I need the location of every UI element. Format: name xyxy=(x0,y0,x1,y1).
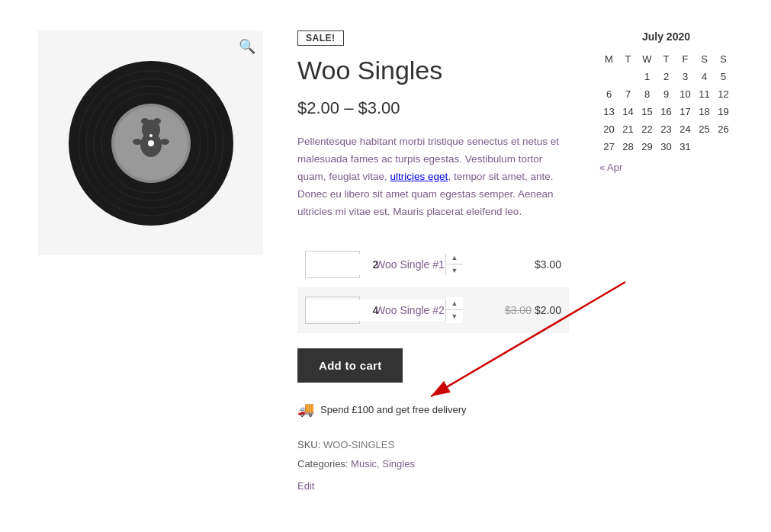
calendar-week-row: 12345 xyxy=(599,68,733,85)
calendar-day: 25 xyxy=(695,120,714,138)
category-music[interactable]: Music xyxy=(351,458,377,470)
sku-label: SKU: xyxy=(297,439,320,450)
svg-point-9 xyxy=(153,118,161,124)
calendar-day: 2 xyxy=(657,68,676,85)
variation-row-2: ▲ ▼ Woo Single #2 $3.00$2.00 xyxy=(297,287,569,333)
categories-row: Categories: Music, Singles xyxy=(297,455,569,474)
calendar-day: 23 xyxy=(657,120,676,138)
variation-price-1: $3.00 xyxy=(535,258,561,271)
variation-row: ▲ ▼ Woo Single #1 $3.00 xyxy=(297,242,569,287)
calendar-day: 4 xyxy=(695,68,714,85)
calendar-day xyxy=(714,138,733,155)
categories-label: Categories: xyxy=(297,458,348,470)
quantity-control-2: ▲ ▼ xyxy=(305,296,360,324)
calendar-day: 7 xyxy=(618,85,638,103)
cal-th-t1: T xyxy=(618,50,638,68)
delivery-text: Spend £100 and get free delivery xyxy=(320,404,467,415)
cal-th-f: F xyxy=(676,50,695,68)
calendar-day: 22 xyxy=(638,120,657,138)
calendar-day: 8 xyxy=(638,85,657,103)
product-image xyxy=(67,59,235,227)
sku-row: SKU: WOO-SINGLES xyxy=(297,436,569,455)
svg-point-8 xyxy=(141,118,149,124)
variation-name-2: Woo Single #2 xyxy=(375,304,490,316)
calendar-day: 5 xyxy=(714,68,733,85)
calendar-day: 14 xyxy=(618,103,638,120)
cal-th-m: M xyxy=(599,50,618,68)
calendar-prev-nav[interactable]: « Apr xyxy=(599,162,622,173)
calendar-day: 16 xyxy=(657,103,676,120)
price-range: $2.00 – $3.00 xyxy=(297,98,569,118)
svg-point-13 xyxy=(148,140,154,146)
calendar-day: 17 xyxy=(676,103,695,120)
svg-point-12 xyxy=(160,139,169,145)
cal-th-t2: T xyxy=(657,50,676,68)
product-main: SALE! Woo Singles $2.00 – $3.00 Pellente… xyxy=(297,30,569,492)
sale-badge: SALE! xyxy=(297,30,344,46)
calendar-day xyxy=(695,138,714,155)
calendar-day xyxy=(618,68,638,85)
product-image-section: 🔍 xyxy=(38,30,267,492)
quantity-control-1: ▲ ▼ xyxy=(305,251,360,278)
calendar-week-row: 6789101112 xyxy=(599,85,733,103)
product-meta: SKU: WOO-SINGLES Categories: Music, Sing… xyxy=(297,436,569,473)
calendar-day: 20 xyxy=(599,120,618,138)
cal-th-w: W xyxy=(638,50,657,68)
calendar-day: 27 xyxy=(599,138,618,155)
calendar-day xyxy=(599,68,618,85)
svg-point-14 xyxy=(149,134,153,137)
delivery-notice: 🚚 Spend £100 and get free delivery xyxy=(297,401,569,418)
calendar-week-row: 13141516171819 xyxy=(599,103,733,120)
product-description: Pellentesque habitant morbi tristique se… xyxy=(297,133,569,221)
calendar-day: 31 xyxy=(676,138,695,155)
product-title: Woo Singles xyxy=(297,55,569,86)
calendar-day: 6 xyxy=(599,85,618,103)
sidebar: July 2020 M T W T F S S 1234567891011121… xyxy=(599,30,733,492)
edit-link[interactable]: Edit xyxy=(297,480,569,492)
category-singles[interactable]: Singles xyxy=(382,458,415,470)
calendar-day: 30 xyxy=(657,138,676,155)
variation-price-2: $3.00$2.00 xyxy=(505,304,561,316)
calendar-day: 9 xyxy=(657,85,676,103)
calendar-week-row: 20212223242526 xyxy=(599,120,733,138)
cal-th-s2: S xyxy=(714,50,733,68)
calendar-day: 3 xyxy=(676,68,695,85)
calendar-day: 24 xyxy=(676,120,695,138)
calendar-day: 26 xyxy=(714,120,733,138)
calendar-day: 19 xyxy=(714,103,733,120)
calendar: July 2020 M T W T F S S 1234567891011121… xyxy=(599,30,733,173)
calendar-month-year: July 2020 xyxy=(599,30,733,43)
add-to-cart-button[interactable]: Add to cart xyxy=(297,348,403,383)
cal-th-s1: S xyxy=(695,50,714,68)
calendar-day: 21 xyxy=(618,120,638,138)
calendar-table: M T W T F S S 12345678910111213141516171… xyxy=(599,50,733,155)
calendar-day: 13 xyxy=(599,103,618,120)
calendar-day: 28 xyxy=(618,138,638,155)
product-image-wrapper: 🔍 xyxy=(38,30,263,255)
variations-container: ▲ ▼ Woo Single #1 $3.00 ▲ ▼ Woo Single #… xyxy=(297,242,569,333)
calendar-day: 12 xyxy=(714,85,733,103)
calendar-day: 15 xyxy=(638,103,657,120)
original-price-2: $3.00 xyxy=(505,304,532,316)
variation-name-1: Woo Single #1 xyxy=(375,258,519,271)
calendar-day: 18 xyxy=(695,103,714,120)
description-link-ultricies[interactable]: ultricies eget xyxy=(390,171,448,182)
calendar-header-row: M T W T F S S xyxy=(599,50,733,68)
calendar-day: 1 xyxy=(638,68,657,85)
calendar-day: 29 xyxy=(638,138,657,155)
calendar-day: 11 xyxy=(695,85,714,103)
truck-icon: 🚚 xyxy=(297,401,314,418)
sku-value: WOO-SINGLES xyxy=(323,439,394,450)
zoom-icon[interactable]: 🔍 xyxy=(239,38,255,55)
calendar-week-row: 2728293031 xyxy=(599,138,733,155)
svg-point-11 xyxy=(133,139,142,145)
calendar-day: 10 xyxy=(676,85,695,103)
